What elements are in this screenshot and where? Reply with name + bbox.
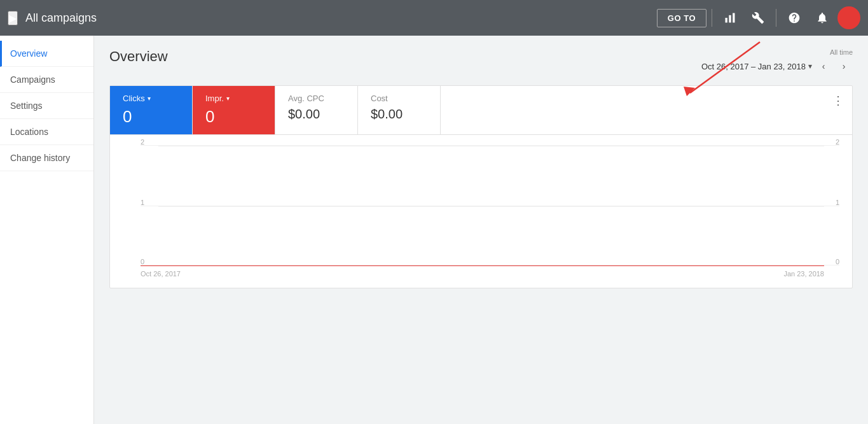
impr-label: Impr. ▾	[205, 94, 262, 103]
svg-rect-0	[726, 18, 727, 23]
cost-value: $0.00	[371, 107, 427, 122]
svg-rect-1	[729, 15, 731, 23]
sidebar-item-locations[interactable]: Locations	[0, 119, 93, 145]
sidebar: Overview Campaigns Settings Locations Ch…	[0, 36, 94, 424]
overview-title: Overview	[109, 48, 168, 65]
sidebar-item-settings[interactable]: Settings	[0, 93, 93, 119]
date-range-label: All time	[830, 48, 853, 56]
separator2	[776, 9, 776, 27]
chart-dates: Oct 26, 2017 Jan 23, 2018	[141, 270, 824, 278]
avg-cpc-value: $0.00	[288, 107, 345, 122]
chart-date-end: Jan 23, 2018	[783, 270, 824, 278]
svg-rect-2	[733, 13, 734, 23]
clicks-label: Clicks ▾	[123, 94, 179, 103]
page-title: All campaigns	[25, 11, 657, 25]
grid-label-left-2: 2	[141, 138, 144, 146]
sidebar-item-campaigns[interactable]: Campaigns	[0, 67, 93, 93]
help-icon	[788, 11, 801, 24]
date-next-button[interactable]: ›	[835, 57, 853, 75]
impr-value: 0	[205, 107, 262, 127]
grid-label-right-1: 1	[836, 199, 839, 206]
date-prev-button[interactable]: ‹	[815, 57, 832, 75]
expand-sidebar-button[interactable]: ▶	[8, 11, 18, 25]
user-avatar-button[interactable]	[837, 6, 860, 29]
cost-label: Cost	[371, 94, 427, 103]
wrench-icon	[752, 11, 764, 24]
metrics-card: Clicks ▾ 0 Impr. ▾ 0 Avg. CPC	[109, 85, 853, 288]
chart-area: 2 2 1 1 0 0	[110, 135, 852, 288]
main-layout: Overview Campaigns Settings Locations Ch…	[0, 36, 868, 424]
bell-icon	[816, 11, 829, 24]
chart-date-start: Oct 26, 2017	[141, 270, 181, 278]
topbar: ▶ All campaigns GO TO	[0, 0, 868, 36]
more-options-button[interactable]: ⋮	[832, 94, 844, 108]
date-range-value: Oct 26, 2017 – Jan 23, 2018	[701, 62, 806, 71]
clicks-dropdown-icon[interactable]: ▾	[148, 95, 151, 102]
metric-tile-avg-cpc[interactable]: Avg. CPC $0.00	[275, 86, 358, 134]
notifications-icon-button[interactable]	[809, 5, 835, 31]
overview-header: Overview All time Oct 26, 2017 – Jan 23,…	[109, 48, 853, 75]
sidebar-item-change-history[interactable]: Change history	[0, 145, 93, 171]
main-content: Overview All time Oct 26, 2017 – Jan 23,…	[94, 36, 868, 424]
grid-line-0: 0 0	[141, 265, 839, 265]
metric-tile-clicks[interactable]: Clicks ▾ 0	[110, 86, 193, 134]
grid-line-2: 2 2	[141, 145, 839, 146]
date-range-dropdown-icon[interactable]: ▾	[808, 62, 812, 71]
topbar-actions: GO TO	[657, 5, 860, 31]
metric-tile-cost[interactable]: Cost $0.00	[358, 86, 441, 134]
metrics-row: Clicks ▾ 0 Impr. ▾ 0 Avg. CPC	[110, 86, 852, 135]
separator	[712, 9, 712, 27]
reports-icon-button[interactable]	[717, 5, 743, 31]
avg-cpc-label: Avg. CPC	[288, 94, 345, 103]
tools-icon-button[interactable]	[745, 5, 771, 31]
date-range-row: Oct 26, 2017 – Jan 23, 2018 ▾ ‹ ›	[701, 57, 853, 75]
grid-label-left-1: 1	[141, 199, 144, 206]
clicks-value: 0	[123, 107, 179, 127]
metric-tile-impr[interactable]: Impr. ▾ 0	[193, 86, 275, 134]
date-range-container: All time Oct 26, 2017 – Jan 23, 2018 ▾ ‹…	[701, 48, 853, 75]
impr-dropdown-icon[interactable]: ▾	[226, 95, 230, 102]
grid-label-right-0: 0	[836, 258, 839, 265]
chart-grid: 2 2 1 1 0 0	[123, 145, 839, 266]
help-icon-button[interactable]	[782, 5, 807, 31]
grid-label-left-0: 0	[141, 258, 144, 265]
bar-chart-icon	[724, 11, 736, 24]
grid-label-right-2: 2	[836, 138, 839, 146]
grid-line-1: 1 1	[141, 206, 839, 206]
goto-button[interactable]: GO TO	[657, 9, 706, 27]
sidebar-item-overview[interactable]: Overview	[0, 41, 93, 67]
